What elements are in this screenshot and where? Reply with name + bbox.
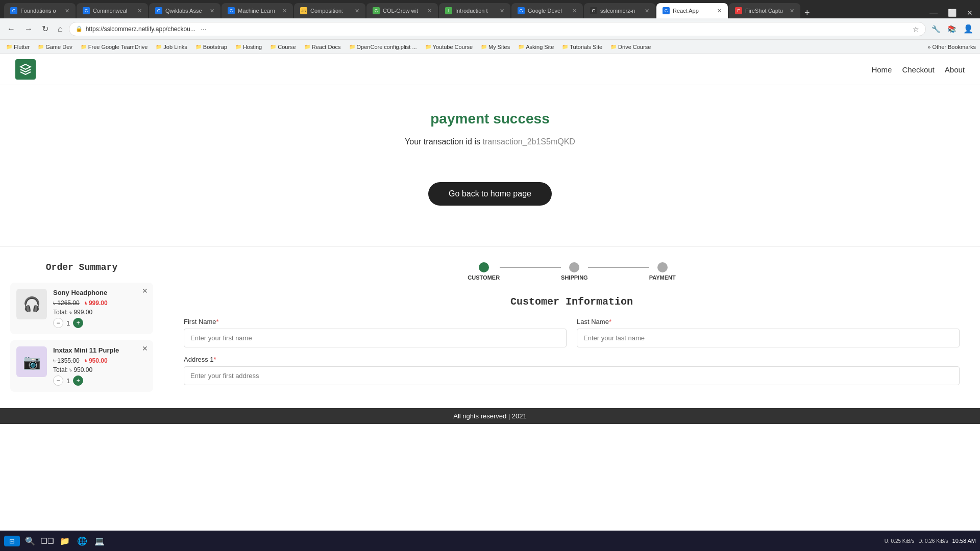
bookmark-opencore[interactable]: 📁 OpenCore config.plist ... xyxy=(347,43,419,51)
folder-icon: 📁 xyxy=(349,44,355,49)
sony-original-price: ৳ 1265.00 xyxy=(53,299,80,307)
tab-fireshot-close[interactable]: ✕ xyxy=(790,8,794,14)
nav-home[interactable]: Home xyxy=(871,65,892,74)
nav-checkout[interactable]: Checkout xyxy=(902,65,934,74)
inxtax-prices: ৳ 1355.00 ৳ 950.00 xyxy=(53,356,147,364)
payment-success-title: payment success xyxy=(10,111,970,127)
tab-commonweal-title: Commonweal xyxy=(93,8,134,14)
tab-sslcommerz-close[interactable]: ✕ xyxy=(645,8,649,14)
bookmark-drive-course[interactable]: 📁 Drive Course xyxy=(608,43,653,51)
bookmark-flutter[interactable]: 📁 Flutter xyxy=(4,43,32,51)
address-bar[interactable]: 🔒 https://sslcommerz.netlify.app/checkou… xyxy=(69,22,926,36)
last-name-input[interactable] xyxy=(577,329,960,347)
folder-icon: 📁 xyxy=(610,44,617,49)
tab-machine-learn-close[interactable]: ✕ xyxy=(282,8,287,14)
checkout-stepper: CUSTOMER SHIPPING PAYMENT xyxy=(184,262,960,281)
tab-col-grow-close[interactable]: ✕ xyxy=(427,8,432,14)
tab-google-devel[interactable]: G Google Devel ✕ xyxy=(511,3,583,18)
tab-composition-close[interactable]: ✕ xyxy=(355,8,359,14)
tab-foundations-close[interactable]: ✕ xyxy=(65,8,69,14)
inxtax-original-price: ৳ 1355.00 xyxy=(53,357,80,364)
step-payment-label: PAYMENT xyxy=(649,274,676,281)
inxtax-qty-increase[interactable]: + xyxy=(73,375,83,386)
folder-icon: 📁 xyxy=(270,44,276,49)
inxtax-remove-button[interactable]: ✕ xyxy=(142,344,148,353)
sony-qty-value: 1 xyxy=(66,319,70,327)
back-button[interactable]: ← xyxy=(4,22,18,36)
bookmark-star[interactable]: ☆ xyxy=(913,25,919,33)
sony-remove-button[interactable]: ✕ xyxy=(142,287,148,295)
inxtax-qty-control: − 1 + xyxy=(53,375,147,386)
browser-tabs: C Foundations o ✕ C Commonweal ✕ C Qwikl… xyxy=(0,0,980,18)
tab-react-app[interactable]: C React App ✕ xyxy=(656,3,728,18)
inxtax-qty-decrease[interactable]: − xyxy=(53,375,63,386)
bookmarks-more[interactable]: » Other Bookmarks xyxy=(927,44,976,50)
name-row: First Name* Last Name* xyxy=(184,318,960,347)
forward-button[interactable]: → xyxy=(21,22,36,36)
bookmark-bootstrap[interactable]: 📁 Bootstrap xyxy=(193,43,229,51)
app-wrapper: Home Checkout About payment success Your… xyxy=(0,54,980,398)
new-tab-button[interactable]: + xyxy=(801,8,813,18)
tab-foundations-title: Foundations o xyxy=(20,8,62,14)
lock-icon: 🔒 xyxy=(76,26,83,32)
sony-headphone-image: 🎧 xyxy=(16,289,47,319)
tab-commonweal-close[interactable]: ✕ xyxy=(137,8,142,14)
tab-introduction-close[interactable]: ✕ xyxy=(500,8,504,14)
address1-label: Address 1* xyxy=(184,356,960,363)
bookmark-hosting[interactable]: 📁 Hosting xyxy=(233,43,264,51)
bookmark-youtube[interactable]: 📁 Youtube Course xyxy=(423,43,475,51)
folder-icon: 📁 xyxy=(38,44,44,49)
app-logo xyxy=(15,59,36,80)
maximize-button[interactable]: ⬜ xyxy=(945,8,960,18)
first-name-label: First Name* xyxy=(184,318,567,325)
tab-machine-learn-title: Machine Learn xyxy=(238,8,279,14)
sony-headphone-details: Sony Headphone ৳ 1265.00 ৳ 999.00 Total:… xyxy=(53,289,147,328)
tab-fireshot[interactable]: F FireShot Captu ✕ xyxy=(729,3,800,18)
sony-sale-price: ৳ 999.00 xyxy=(85,299,108,307)
tab-col-grow[interactable]: C COL-Grow wit ✕ xyxy=(366,3,438,18)
first-name-input[interactable] xyxy=(184,329,567,347)
tab-sslcommerz[interactable]: G sslcommerz-n ✕ xyxy=(584,3,655,18)
tab-col-grow-title: COL-Grow wit xyxy=(383,8,424,14)
first-name-group: First Name* xyxy=(184,318,567,347)
address1-input[interactable] xyxy=(184,366,960,385)
step-customer-label: CUSTOMER xyxy=(468,274,500,281)
folder-icon: 📁 xyxy=(81,44,87,49)
nav-about[interactable]: About xyxy=(945,65,965,74)
go-home-button[interactable]: Go back to home page xyxy=(428,182,552,206)
tab-commonweal[interactable]: C Commonweal ✕ xyxy=(77,3,148,18)
sony-qty-decrease[interactable]: − xyxy=(53,318,63,328)
close-window-button[interactable]: ✕ xyxy=(964,8,976,18)
bookmark-my-sites[interactable]: 📁 My Sites xyxy=(479,43,512,51)
cart-item-sony: 🎧 Sony Headphone ৳ 1265.00 ৳ 999.00 Tota… xyxy=(10,283,153,334)
tab-react-app-close[interactable]: ✕ xyxy=(717,8,722,14)
tab-google-devel-close[interactable]: ✕ xyxy=(572,8,577,14)
bookmark-course[interactable]: 📁 Course xyxy=(268,43,298,51)
bookmark-react-docs[interactable]: 📁 React Docs xyxy=(302,43,343,51)
transaction-prefix: Your transaction id is xyxy=(405,137,480,146)
minimize-button[interactable]: — xyxy=(926,7,941,18)
bookmark-job-links[interactable]: 📁 Job Links xyxy=(154,43,189,51)
tab-foundations[interactable]: C Foundations o ✕ xyxy=(4,3,76,18)
bookmark-asking-site[interactable]: 📁 Asking Site xyxy=(516,43,556,51)
bookmark-game-dev[interactable]: 📁 Game Dev xyxy=(36,43,75,51)
home-button[interactable]: ⌂ xyxy=(55,22,66,36)
tab-qwiklabs[interactable]: C Qwiklabs Asse ✕ xyxy=(149,3,220,18)
last-name-label: Last Name* xyxy=(577,318,960,325)
tab-composition[interactable]: JS Composition: ✕ xyxy=(294,3,365,18)
bookmarks-icon[interactable]: 📚 xyxy=(945,23,959,35)
transaction-id: transaction_2b1S5mQKD xyxy=(482,137,575,146)
extensions-icon[interactable]: 🔧 xyxy=(929,23,943,35)
last-name-group: Last Name* xyxy=(577,318,960,347)
profile-icon[interactable]: 👤 xyxy=(961,22,976,35)
tab-machine-learn[interactable]: C Machine Learn ✕ xyxy=(222,3,293,18)
bookmarks-bar: 📁 Flutter 📁 Game Dev 📁 Free Google TeamD… xyxy=(0,40,980,54)
sony-qty-increase[interactable]: + xyxy=(73,318,83,328)
refresh-button[interactable]: ↻ xyxy=(39,22,52,36)
tab-introduction[interactable]: I Introduction t ✕ xyxy=(439,3,510,18)
tab-qwiklabs-close[interactable]: ✕ xyxy=(210,8,214,14)
tab-fireshot-title: FireShot Captu xyxy=(745,8,787,14)
inxtax-name: Inxtax Mini 11 Purple xyxy=(53,346,147,354)
bookmark-google-drive[interactable]: 📁 Free Google TeamDrive xyxy=(79,43,150,51)
bookmark-tutorials[interactable]: 📁 Tutorials Site xyxy=(560,43,604,51)
